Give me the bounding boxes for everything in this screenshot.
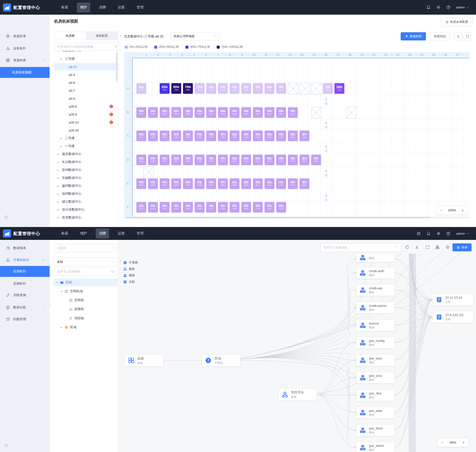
cabinet-A08[interactable]: 0%A08 [218,83,228,94]
sidebar-item-到期管理[interactable]: 到期管理 [0,314,50,324]
nav-item-管理[interactable]: 管理 [133,2,147,12]
business-select[interactable]: 请选择 [54,244,117,252]
cabinet-A09[interactable]: 0%A09 [230,83,239,94]
gear-icon[interactable] [436,231,441,236]
room-search-input[interactable]: 支持信息中心/机房名称搜索 [54,43,120,51]
room-tree-scrollbar[interactable] [116,52,117,82]
cabinet-F06[interactable]: 0%F06 [195,202,205,213]
expand-tool-icon[interactable] [425,245,430,249]
cabinet-B08[interactable]: 0%B08 [218,107,228,118]
cabinet-C01[interactable]: 0%C01 [136,130,146,141]
cabinet-C07[interactable]: 0%C07 [206,130,216,141]
cabinet-D02[interactable]: 0%D02 [148,155,158,165]
panel-collapse-handle[interactable] [119,34,122,37]
cabinet-D01[interactable]: 0%D01 [136,155,146,165]
cabinet-A15[interactable]: 28%A15 [334,83,344,94]
sitemap-tool-icon[interactable] [435,245,440,249]
cabinet-C05[interactable]: 0%C05 [183,130,193,141]
tree-item-a9-4[interactable]: a9-4 [54,71,118,78]
filter-cabinet-button[interactable]: 筛选机柜 [401,32,426,40]
cabinet-D11[interactable]: 0%D11 [253,155,263,165]
node-module-gse_task[interactable]: gse_task模块 [356,355,395,366]
node-search-input[interactable]: 支持节点名称搜索 [54,267,117,276]
topo-tree-item-空闲机[interactable]: 空闲机 [54,296,118,304]
cabinet-D03[interactable]: 0%D03 [160,155,170,165]
tree-item-扬州数据中心[interactable]: ▸扬州数据中心 [54,182,118,190]
fullscreen-button[interactable] [464,32,472,40]
tree-item-a26-29[interactable]: a26-29 [54,127,118,134]
node-module-gse_data[interactable]: gse_data模块 [356,407,395,418]
node-module-gse_btsvr[interactable]: gse_btsvr模块 [356,425,395,436]
cabinet-B04[interactable]: 0%B04 [171,107,181,118]
tree-item-北京数据中心[interactable]: ▾北京数据中心 [54,51,118,54]
nav-item-消费[interactable]: 消费 [96,228,109,238]
cabinet-D15[interactable]: 0%D15 [299,155,309,165]
cabinet-B01[interactable]: 0%B01 [136,107,146,118]
sidebar-item-实例拓扑[interactable]: 实例拓扑 [0,279,50,289]
cabinet-F02[interactable]: 0%F02 [148,202,158,213]
cabinet-A01[interactable]: 5%A01 [136,83,146,94]
tree-item-二号楼[interactable]: ▸二号楼 [54,134,118,142]
cabinet-B05[interactable]: 0%B05 [183,107,193,118]
cabinet-D04[interactable]: 0%D04 [171,155,181,165]
cabinet-E12[interactable]: 0%E12 [265,178,274,189]
topo-root-select[interactable]: 蓝鲸 [54,258,117,266]
tree-item-a9-9[interactable]: a9-9 [54,95,118,102]
cabinet-A10[interactable]: 0%A10 [241,83,251,94]
cabinet-E03[interactable]: 0%E03 [160,178,170,189]
node-module-cmdb-api[interactable]: cmdb-api模块 [356,285,395,296]
tree-item-a26-8[interactable]: a26-8! [54,103,118,110]
cabinet-E10[interactable]: 0%E10 [241,178,251,189]
cabinet-A04[interactable]: 95%A04 [171,83,181,94]
node-module-gse_dba[interactable]: gse_dba模块 [356,390,395,401]
node-host-10.11.10.14[interactable]: 10.11.10.14主机 [433,294,474,305]
tab-视图配置[interactable]: 视图配置 [86,32,118,40]
cabinet-C12[interactable]: 0%C12 [265,130,274,141]
sidebar-item-应用拓扑[interactable]: 应用拓扑 [0,266,50,277]
cabinet-F05[interactable]: 0%F05 [183,202,193,213]
cabinet-C14[interactable]: 0%C14 [288,130,298,141]
cabinet-E02[interactable]: 0%E02 [148,178,158,189]
cabinet-C09[interactable]: 0%C09 [230,130,239,141]
cabinet-E05[interactable]: 0%E05 [183,178,193,189]
cabinet-F03[interactable]: 0%F03 [160,202,170,213]
cabinet-F08[interactable]: 0%F08 [218,202,228,213]
nav-item-消费[interactable]: 消费 [96,2,109,12]
cabinet-D05[interactable]: 0%D05 [183,155,193,165]
topo-tree-item-空闲机池[interactable]: ▾空闲机池 [54,287,118,295]
node-business-蓝鲸[interactable]: 蓝鲸业务 [125,355,163,366]
cabinet-A14[interactable]: 0%A14 [323,83,333,94]
download-tool-icon[interactable] [415,245,419,249]
cabinet-B02[interactable]: 0%B02 [148,107,158,118]
sidebar-item-业务拓扑[interactable]: 业务拓扑 [0,43,50,53]
save-button[interactable]: 保存 [452,243,472,251]
cabinet-D13[interactable]: 0%D13 [276,155,286,165]
node-subsystem-区域[interactable]: ?区域子系统 [202,355,240,366]
zoom-out-button[interactable]: − [440,208,443,212]
nav-item-运营[interactable]: 运营 [115,2,128,12]
tree-item-无锡数据中心[interactable]: ▸无锡数据中心 [54,174,118,182]
node-module-gse_alarm[interactable]: gse_alarm模块 [356,442,395,452]
sidebar-collapse-icon[interactable] [4,443,8,447]
gear-icon[interactable] [436,5,441,9]
sidebar-item-数据分析[interactable]: 数据分析 [0,302,50,312]
tree-item-a8-25[interactable]: a8-25 [54,63,118,70]
tree-item-a9-7[interactable]: a9-7 [54,87,118,94]
cabinet-B13[interactable]: 0%B13 [276,107,286,118]
tree-item-一号楼[interactable]: ▸一号楼 [54,142,118,150]
cabinet-A06[interactable]: 24%A06 [195,83,205,94]
cabinet-A03[interactable]: 55%A03 [160,83,170,94]
cabinet-F13[interactable]: 0%F13 [276,202,286,213]
refresh-tool-icon[interactable] [405,245,409,249]
cabinet-C10[interactable]: 0%C10 [241,130,251,141]
topo-search-select[interactable]: 支持节点名称搜索 [321,243,401,252]
cabinet-A07[interactable]: 0%A07 [206,83,216,94]
zoom-out-button[interactable]: − [441,440,444,445]
view-type-select[interactable]: 机柜占用率视图 [171,32,220,40]
cabinet-C13[interactable]: 0%C13 [276,130,286,141]
node-cluster-管控平台[interactable]: 管控平台集群 [278,389,317,400]
node-module-cmdb-admin[interactable]: cmdb-admin模块 [356,302,395,313]
cabinet-E07[interactable]: 0%E07 [206,178,216,189]
topo-tree-item-待回收[interactable]: 待回收 [54,314,118,322]
cabinet-B12[interactable]: 0%B12 [265,107,274,118]
